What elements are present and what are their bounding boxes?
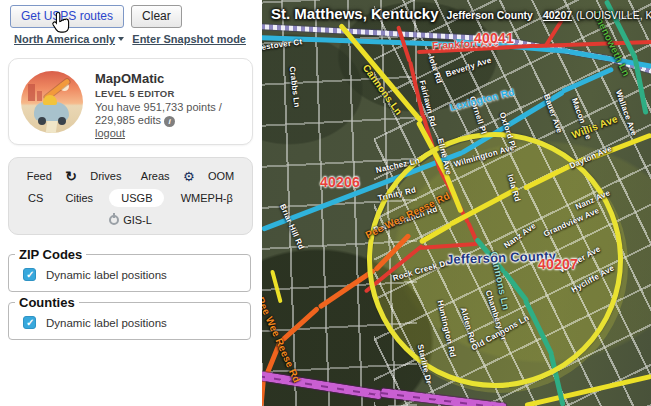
map-zip-label: 40041 — [474, 30, 514, 46]
tab-wmeph[interactable]: WMEPH-β — [175, 190, 239, 206]
map-zip-label: 40207 — [538, 256, 578, 272]
snapshot-mode-link[interactable]: Enter Snapshot mode — [132, 33, 246, 45]
avatar-wheel — [38, 117, 46, 125]
tab-cities[interactable]: Cities — [60, 190, 100, 206]
profile-stats-text: You have 951,733 points / 229,985 edits — [95, 101, 222, 126]
avatar-building — [28, 84, 35, 101]
usps-toolbar: Get USPS routes Clear — [10, 5, 182, 28]
map-header-zip-link[interactable]: 40207 — [543, 9, 572, 21]
counties-title: Counties — [15, 295, 79, 310]
zip-dynamic-labels-checkbox[interactable] — [23, 268, 36, 281]
tab-feed[interactable]: Feed — [21, 168, 58, 184]
tab-gisl-label: GIS-L — [123, 214, 152, 226]
tab-usgb[interactable]: USGB — [109, 189, 164, 207]
script-tabs: Feed ↻ Drives Areas ⚙ OOM CS Cities USGB… — [8, 157, 253, 235]
clear-button[interactable]: Clear — [131, 5, 182, 28]
tab-row-2: CS Cities USGB WMEPH-β — [17, 187, 244, 209]
counties-section: Counties Dynamic label positions — [8, 295, 251, 340]
tab-cs[interactable]: CS — [22, 190, 49, 206]
wme-app: Get USPS routes Clear North America only… — [0, 0, 651, 406]
avatar-building — [37, 91, 42, 101]
chevron-down-icon — [118, 37, 124, 41]
profile-username: MapOMatic — [95, 71, 164, 86]
counties-dynamic-labels-checkbox[interactable] — [23, 316, 36, 329]
counties-dynamic-labels-row: Dynamic label positions — [23, 316, 250, 329]
info-icon[interactable]: i — [164, 116, 175, 127]
zip-codes-section: ZIP Codes Dynamic label positions — [8, 247, 251, 292]
map-header: St. Matthews, KentuckyJefferson County40… — [271, 5, 651, 23]
gear-icon[interactable]: ⚙ — [183, 169, 195, 184]
power-icon — [109, 215, 119, 225]
refresh-icon[interactable]: ↻ — [65, 168, 77, 184]
zip-dynamic-labels-label: Dynamic label positions — [46, 269, 167, 281]
tab-gisl[interactable]: GIS-L — [103, 212, 158, 228]
profile-rank: LEVEL 5 EDITOR — [95, 88, 175, 99]
avatar-wheel — [58, 117, 66, 125]
cursor-hand-icon — [50, 11, 72, 37]
profile-card: MapOMatic LEVEL 5 EDITOR You have 951,73… — [8, 58, 253, 145]
tab-areas[interactable]: Areas — [135, 168, 176, 184]
map-header-county: Jefferson County — [447, 9, 533, 21]
profile-stats: You have 951,733 points / 229,985 edits … — [95, 101, 247, 127]
logout-link[interactable]: logout — [95, 127, 125, 139]
map-header-city: St. Matthews, Kentucky — [271, 5, 439, 22]
map-canvas[interactable]: St. Matthews, KentuckyJefferson County40… — [262, 0, 651, 406]
counties-dynamic-labels-label: Dynamic label positions — [46, 317, 167, 329]
avatar — [21, 71, 83, 133]
zip-dynamic-labels-row: Dynamic label positions — [23, 268, 250, 281]
avatar-helmet — [43, 95, 57, 105]
map-header-zip-suffix: (LOUISVILLE, KY) — [576, 9, 651, 21]
links-row: North America only Enter Snapshot mode — [14, 33, 246, 45]
tab-drives[interactable]: Drives — [84, 168, 127, 184]
tab-row-1: Feed ↻ Drives Areas ⚙ OOM — [17, 165, 244, 187]
tab-oom[interactable]: OOM — [202, 168, 240, 184]
map-zip-label: 40206 — [320, 174, 360, 190]
sidebar: Get USPS routes Clear North America only… — [0, 0, 262, 406]
zip-codes-title: ZIP Codes — [15, 247, 86, 262]
tab-row-3: GIS-L — [17, 209, 244, 231]
